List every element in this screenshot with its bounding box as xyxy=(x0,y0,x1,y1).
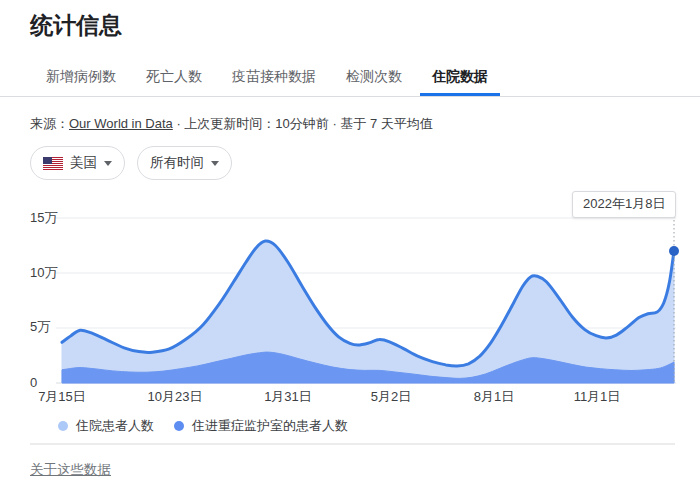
legend-dot-hospitalized xyxy=(58,421,68,431)
x-axis-tick: 8月1日 xyxy=(454,389,534,404)
y-axis-tick: 5万 xyxy=(30,319,50,334)
covid-stats-panel: 统计信息 新增病例数 死亡人数 疫苗接种数据 检测次数 住院数据 来源：Our … xyxy=(0,0,700,495)
x-axis-tick: 7月15日 xyxy=(22,389,102,404)
focus-marker-dot xyxy=(669,246,679,256)
about-data-link[interactable]: 关于这些数据 xyxy=(30,461,111,479)
y-axis-tick: 15万 xyxy=(30,210,57,225)
legend-dot-icu xyxy=(174,421,184,431)
x-axis-tick: 11月1日 xyxy=(557,389,637,404)
legend-label-hospitalized: 住院患者人数 xyxy=(76,417,154,435)
area-series-0 xyxy=(62,241,674,383)
x-axis-tick: 1月31日 xyxy=(248,389,328,404)
y-axis-tick: 10万 xyxy=(30,265,57,280)
divider xyxy=(30,443,675,445)
chart-tooltip: 2022年1月8日 xyxy=(572,191,676,218)
chart-legend: 住院患者人数 住进重症监护室的患者人数 xyxy=(58,417,348,435)
x-axis-tick: 5月2日 xyxy=(351,389,431,404)
legend-item-icu: 住进重症监护室的患者人数 xyxy=(174,417,348,435)
legend-label-icu: 住进重症监护室的患者人数 xyxy=(192,417,348,435)
x-axis-tick: 10月23日 xyxy=(135,389,215,404)
y-axis-tick: 0 xyxy=(30,375,37,390)
legend-item-hospitalized: 住院患者人数 xyxy=(58,417,154,435)
